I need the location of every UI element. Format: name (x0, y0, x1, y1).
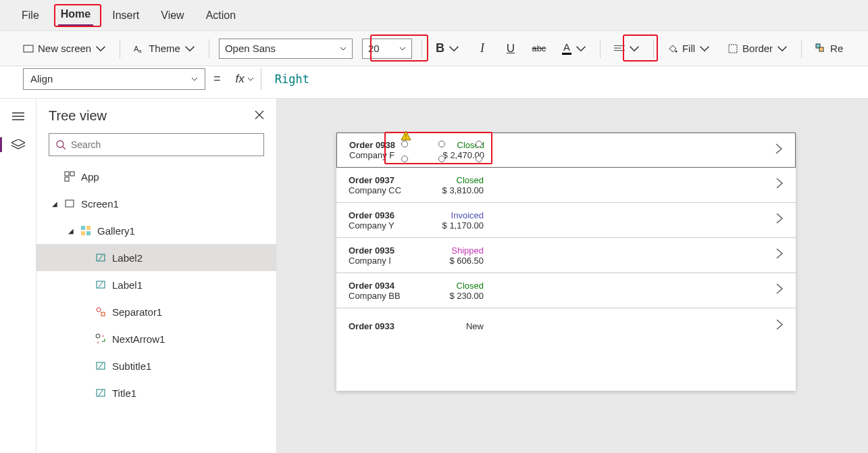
search-icon (56, 140, 66, 149)
chevron-down-icon (340, 45, 347, 52)
theme-label: Theme (149, 43, 180, 54)
font-select[interactable]: Open Sans (219, 39, 353, 59)
gallery-col-mid: New (423, 321, 484, 331)
tree-label2[interactable]: Label2 (36, 244, 276, 271)
panel-header: Tree view (36, 99, 276, 130)
chevron-down-icon (629, 43, 640, 54)
gallery-row[interactable]: Order 0936Company YInvoiced$ 1,170.00 (336, 203, 796, 238)
rail-treeview[interactable] (10, 137, 26, 153)
close-icon (255, 110, 264, 120)
reorder-button[interactable]: Re (811, 40, 847, 57)
svg-rect-18 (66, 200, 74, 207)
tree-app[interactable]: App (36, 163, 276, 190)
svg-point-6 (675, 50, 677, 52)
svg-point-29 (96, 334, 100, 338)
svg-text:a: a (138, 48, 142, 54)
new-screen-button[interactable]: New screen (19, 40, 110, 57)
company-name: Company F (349, 150, 424, 160)
underline-button[interactable]: U (501, 39, 520, 58)
tree-nextarrow1[interactable]: NextArrow1 (36, 325, 276, 352)
gallery-col-left: Order 0936Company Y (349, 210, 423, 231)
order-status: Closed (423, 281, 484, 291)
menubar: File Home Insert View Action (0, 0, 868, 31)
gallery-row[interactable]: Order 0935Company IShipped$ 606.50 (336, 238, 796, 273)
gallery-row[interactable]: Order 0933New (336, 308, 796, 343)
svg-rect-17 (65, 177, 69, 181)
main: Tree view App ◢ Screen1 ◢ Galler (0, 99, 868, 453)
order-number: Order 0937 (349, 175, 423, 185)
gallery-col-left: Order 0934Company BB (349, 281, 423, 301)
gallery-row[interactable]: Order 0934Company BBClosed$ 230.00 (336, 273, 796, 308)
tree-gallery1[interactable]: ◢ Gallery1 (36, 217, 276, 244)
bold-button[interactable]: B (432, 39, 463, 58)
separator (600, 39, 601, 58)
tree-label: Separator1 (112, 306, 162, 318)
panel-close[interactable] (255, 110, 264, 122)
next-arrow-icon[interactable] (775, 212, 784, 228)
screen-icon (23, 43, 34, 54)
svg-rect-21 (81, 231, 85, 235)
svg-rect-15 (65, 172, 69, 176)
property-select[interactable]: Align (23, 68, 205, 90)
font-color-button[interactable]: A (558, 40, 590, 57)
warning-icon (401, 130, 411, 141)
svg-rect-16 (70, 172, 74, 176)
chevron-down-icon (247, 76, 254, 82)
chevron-down-icon (576, 43, 586, 54)
order-price: $ 3,810.00 (423, 185, 484, 195)
tree-label1[interactable]: Label1 (36, 271, 276, 298)
chevron-down-icon (191, 76, 198, 82)
search-input[interactable] (71, 139, 257, 150)
canvas[interactable]: Order 0938Company FClosed$ 2,470.00Order… (277, 99, 868, 453)
next-arrow-icon[interactable] (775, 177, 784, 193)
tree-separator1[interactable]: Separator1 (36, 298, 276, 325)
app-preview[interactable]: Order 0938Company FClosed$ 2,470.00Order… (336, 133, 796, 391)
app-icon (63, 170, 76, 183)
gallery-row[interactable]: Order 0938Company FClosed$ 2,470.00 (336, 133, 796, 168)
menu-view[interactable]: View (158, 5, 186, 26)
order-price: $ 1,170.00 (423, 220, 484, 231)
tree-title1[interactable]: Title1 (36, 379, 276, 406)
treeview-panel: Tree view App ◢ Screen1 ◢ Galler (36, 99, 277, 453)
menu-action[interactable]: Action (203, 5, 238, 26)
fx-button[interactable]: fx (229, 68, 261, 90)
gallery[interactable]: Order 0938Company FClosed$ 2,470.00Order… (336, 133, 796, 343)
next-arrow-icon[interactable] (775, 247, 784, 263)
next-arrow-icon[interactable] (775, 143, 783, 158)
separator (209, 39, 209, 58)
search-box[interactable] (49, 133, 264, 156)
formula-input[interactable] (270, 68, 849, 90)
rail-hamburger[interactable] (10, 108, 26, 124)
menu-file[interactable]: File (19, 5, 42, 26)
chevron-down-icon (95, 43, 106, 54)
tree: App ◢ Screen1 ◢ Gallery1 Label2 Label1 (36, 163, 276, 453)
tree-label: Label2 (112, 252, 143, 264)
border-icon (727, 43, 738, 54)
chevron-down-icon (449, 43, 459, 54)
next-arrow-icon[interactable] (775, 283, 784, 298)
next-arrow-icon[interactable] (775, 318, 784, 334)
gallery-row[interactable]: Order 0937Company CCClosed$ 3,810.00 (336, 168, 796, 203)
font-size-select[interactable]: 20 (362, 39, 412, 59)
strikethrough-button[interactable]: abc (530, 39, 548, 58)
order-status: Invoiced (423, 210, 484, 220)
company-name: Company BB (349, 291, 423, 301)
reorder-icon (815, 43, 826, 54)
italic-icon: I (480, 41, 484, 55)
tree-screen1[interactable]: ◢ Screen1 (36, 190, 276, 217)
align-button[interactable] (610, 41, 644, 57)
order-status: Closed (424, 140, 484, 150)
svg-point-27 (97, 308, 101, 312)
border-button[interactable]: Border (723, 40, 792, 57)
layers-icon (11, 139, 25, 150)
menu-insert[interactable]: Insert (109, 5, 142, 26)
tree-subtitle1[interactable]: Subtitle1 (36, 352, 276, 379)
order-number: Order 0935 (349, 245, 423, 256)
svg-rect-0 (24, 45, 33, 52)
fill-button[interactable]: Fill (663, 40, 714, 57)
theme-button[interactable]: Aa Theme (130, 40, 199, 57)
gallery-col-mid: Closed$ 2,470.00 (424, 140, 484, 160)
tree-label: Label1 (112, 279, 143, 291)
menu-home[interactable]: Home (58, 4, 93, 26)
italic-button[interactable]: I (473, 39, 492, 58)
